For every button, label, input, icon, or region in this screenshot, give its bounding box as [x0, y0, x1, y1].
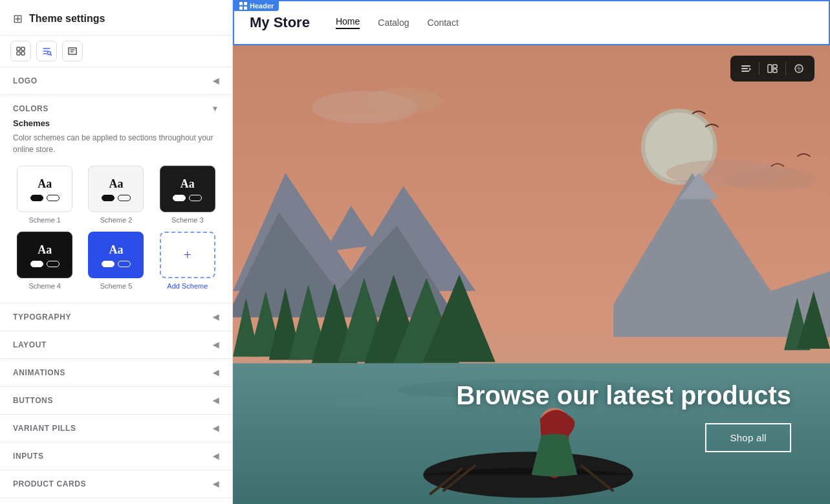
colors-section: COLORS ▼ Schemes Color schemes can be ap… — [0, 95, 232, 303]
store-logo: My Store — [250, 14, 310, 31]
scheme-3-card[interactable]: Aa Scheme 3 — [156, 166, 219, 224]
scheme-1-card[interactable]: Aa Scheme 1 — [13, 166, 76, 224]
colors-section-header[interactable]: COLORS ▼ — [13, 95, 219, 118]
typography-label: TYPOGRAPHY — [13, 312, 71, 322]
buttons-label: BUTTONS — [13, 396, 53, 405]
toolbar-text-btn[interactable] — [737, 60, 755, 78]
logo-section-header[interactable]: LOGO ◀ — [0, 67, 232, 94]
panel-content: LOGO ◀ COLORS ▼ Schemes Color schemes ca… — [0, 67, 232, 504]
scheme-4-aa: Aa — [38, 243, 52, 257]
toggle-dot-2 — [47, 195, 60, 201]
toggle-dot-3 — [102, 195, 115, 201]
hero-text-area: Browse our latest products Shop all — [456, 381, 791, 452]
nav-catalog[interactable]: Catalog — [378, 17, 409, 28]
layout-chevron: ◀ — [213, 340, 219, 349]
toggle-dot-6 — [189, 195, 202, 201]
nav-home[interactable]: Home — [336, 16, 360, 29]
variant-pills-header[interactable]: VARIANT PILLS ◀ — [0, 415, 232, 442]
theme-icon — [793, 63, 805, 74]
svg-rect-41 — [741, 65, 750, 67]
logo-chevron-icon: ◀ — [213, 76, 219, 85]
animations-chevron: ◀ — [213, 368, 219, 377]
top-icon-row — [0, 36, 232, 67]
toggle-dot-8 — [47, 261, 60, 267]
scheme-3-aa: Aa — [180, 177, 195, 191]
inputs-label: INPUTS — [13, 452, 44, 461]
grid-icon: ⊞ — [13, 12, 23, 26]
toolbar-layout-btn[interactable] — [763, 60, 781, 78]
product-cards-chevron: ◀ — [213, 479, 219, 488]
logo-section-label: LOGO — [13, 76, 38, 85]
nav-icon-btn-3[interactable] — [62, 41, 83, 61]
buttons-header[interactable]: BUTTONS ◀ — [0, 387, 232, 414]
nav-contact[interactable]: Contact — [428, 17, 459, 28]
layout-label: LAYOUT — [13, 340, 47, 349]
layout-section: LAYOUT ◀ — [0, 331, 232, 359]
scheme-2-label: Scheme 2 — [100, 216, 133, 224]
floating-toolbar — [730, 56, 814, 82]
collection-cards-section: COLLECTION CARDS ◀ — [0, 498, 232, 504]
svg-rect-8 — [244, 6, 247, 10]
header-badge-text: Header — [250, 2, 274, 10]
nav-icon-btn-2[interactable] — [36, 41, 57, 61]
variant-pills-section: VARIANT PILLS ◀ — [0, 415, 232, 443]
buttons-chevron: ◀ — [213, 396, 219, 405]
logo-section: LOGO ◀ — [0, 67, 232, 95]
typography-chevron: ◀ — [213, 312, 219, 322]
svg-rect-42 — [741, 68, 748, 69]
product-cards-label: PRODUCT CARDS — [13, 479, 86, 488]
scheme-2-card[interactable]: Aa Scheme 2 — [84, 166, 147, 224]
toggle-dot-7 — [30, 261, 43, 267]
typography-header[interactable]: TYPOGRAPHY ◀ — [0, 303, 232, 331]
toggle-dot-4 — [118, 195, 131, 201]
scheme-5-toggles — [102, 261, 131, 267]
scheme-2-toggles — [102, 195, 131, 201]
scheme-4-box: Aa — [17, 232, 72, 278]
scheme-3-label: Scheme 3 — [171, 216, 204, 224]
scheme-5-box: Aa — [88, 232, 144, 278]
colors-chevron-icon: ▼ — [212, 104, 219, 113]
add-scheme-card[interactable]: + Add Scheme — [156, 232, 219, 290]
inputs-section: INPUTS ◀ — [0, 443, 232, 470]
svg-rect-6 — [244, 2, 247, 5]
shop-all-button[interactable]: Shop all — [705, 423, 791, 452]
colors-content: COLORS ▼ Schemes Color schemes can be ap… — [0, 95, 232, 303]
buttons-section: BUTTONS ◀ — [0, 387, 232, 415]
add-scheme-label: Add Scheme — [167, 282, 208, 290]
product-cards-section: PRODUCT CARDS ◀ — [0, 470, 232, 498]
animations-section: ANIMATIONS ◀ — [0, 359, 232, 387]
animations-header[interactable]: ANIMATIONS ◀ — [0, 359, 232, 386]
variant-pills-label: VARIANT PILLS — [13, 424, 76, 433]
layout-header[interactable]: LAYOUT ◀ — [0, 331, 232, 358]
svg-point-15 — [725, 168, 817, 192]
svg-rect-46 — [773, 69, 777, 72]
toggle-dot-9 — [102, 261, 115, 267]
scheme-1-toggles — [30, 195, 60, 201]
store-header: Header My Store Home Catalog Contact — [233, 0, 830, 45]
nav-icon-btn-1[interactable] — [10, 41, 31, 61]
svg-rect-1 — [21, 47, 25, 50]
collection-cards-header[interactable]: COLLECTION CARDS ◀ — [0, 498, 232, 504]
scheme-5-label: Scheme 5 — [100, 282, 133, 290]
scheme-2-aa: Aa — [109, 177, 123, 191]
svg-rect-44 — [768, 65, 772, 72]
hero-headline: Browse our latest products — [456, 381, 791, 410]
svg-rect-43 — [741, 71, 749, 72]
inputs-header[interactable]: INPUTS ◀ — [0, 443, 232, 470]
scheme-5-card[interactable]: Aa Scheme 5 — [84, 232, 147, 290]
svg-point-13 — [364, 87, 443, 114]
header-icon — [239, 2, 247, 10]
svg-rect-3 — [21, 52, 25, 55]
svg-rect-5 — [239, 2, 243, 5]
svg-rect-7 — [239, 6, 243, 10]
scheme-5-aa: Aa — [109, 243, 123, 257]
scheme-1-label: Scheme 1 — [28, 216, 61, 224]
typography-section: TYPOGRAPHY ◀ — [0, 303, 232, 331]
colors-label: COLORS — [13, 104, 49, 113]
scheme-1-aa: Aa — [38, 177, 52, 191]
scheme-3-box: Aa — [160, 166, 215, 212]
toolbar-theme-btn[interactable] — [790, 60, 808, 78]
scheme-4-card[interactable]: Aa Scheme 4 — [13, 232, 76, 290]
product-cards-header[interactable]: PRODUCT CARDS ◀ — [0, 470, 232, 498]
add-plus-icon: + — [184, 247, 191, 263]
